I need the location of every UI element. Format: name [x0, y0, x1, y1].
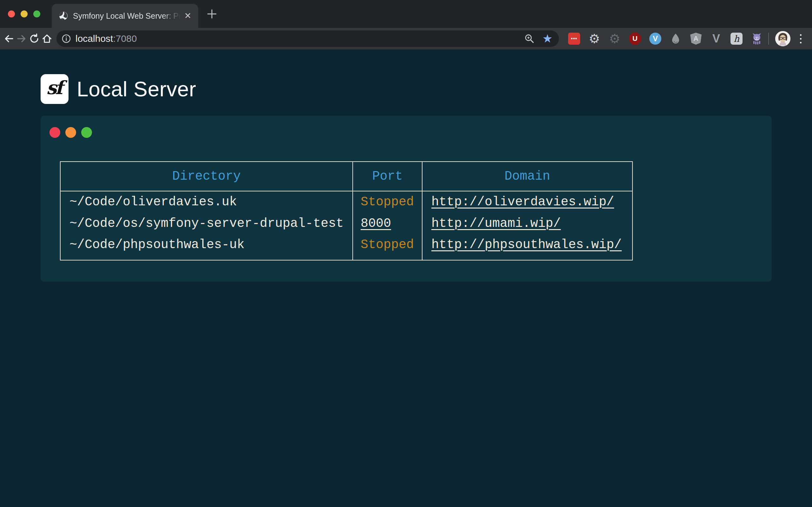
port-cell: Stopped — [353, 191, 422, 213]
h-letter-icon: h — [730, 33, 743, 45]
reload-button[interactable] — [28, 32, 41, 45]
drupal-droplet-icon — [670, 33, 681, 45]
forward-icon — [16, 33, 27, 44]
panel-dot-green — [81, 127, 92, 138]
domain-link[interactable]: http://phpsouthwales.wip/ — [432, 238, 622, 252]
address-bar[interactable]: localhost:7080 ★ — [56, 31, 559, 47]
new-tab-button[interactable] — [205, 7, 219, 21]
table-header-row: Directory Port Domain — [60, 162, 632, 191]
page-content: sf Local Server Directory Port Domain ~/… — [0, 49, 812, 507]
browser-window: Symfony Local Web Server: Prox ✕ — [0, 0, 812, 507]
panel-window-dots — [49, 127, 92, 138]
extensions-row: ••• ⚙ ⚙ U V A V h — [564, 29, 767, 49]
profile-avatar[interactable] — [775, 31, 791, 46]
window-close-button[interactable] — [8, 10, 15, 17]
gear-extension-button[interactable]: ⚙ — [584, 29, 605, 49]
status-stopped: Stopped — [361, 195, 414, 209]
page-info-icon[interactable] — [61, 34, 71, 43]
panel-dot-red — [49, 127, 60, 138]
domain-cell: http://umami.wip/ — [422, 213, 632, 234]
table-row: ~/Code/os/symfony-server-drupal-test 800… — [60, 213, 632, 234]
avatar-image — [775, 31, 791, 46]
forward-button[interactable] — [15, 32, 28, 45]
port-cell: Stopped — [353, 234, 422, 260]
zoom-icon[interactable] — [524, 33, 535, 44]
domain-link[interactable]: http://oliverdavies.wip/ — [432, 195, 614, 209]
table-row: ~/Code/oliverdavies.uk Stopped http://ol… — [60, 191, 632, 213]
back-button[interactable] — [3, 32, 15, 45]
ublock-icon: U — [629, 33, 641, 45]
directory-cell: ~/Code/phpsouthwales-uk — [60, 234, 353, 260]
tab-title: Symfony Local Web Server: Prox — [73, 11, 182, 20]
url-text: localhost:7080 — [75, 33, 137, 44]
header-domain: Domain — [422, 162, 632, 191]
globe-favicon — [59, 11, 68, 20]
domain-cell: http://oliverdavies.wip/ — [422, 191, 632, 213]
angular-shield-icon: A — [690, 33, 702, 45]
ublock-extension-button[interactable]: U — [625, 29, 645, 49]
vue-extension-button[interactable]: V — [706, 29, 726, 49]
gear-dark-icon: ⚙ — [609, 32, 620, 45]
vimium-icon: V — [649, 33, 661, 45]
home-button[interactable] — [41, 32, 53, 45]
directory-cell: ~/Code/oliverdavies.uk — [60, 191, 353, 213]
url-host: localhost — [75, 33, 113, 44]
back-icon — [3, 33, 14, 44]
tab-strip: Symfony Local Web Server: Prox ✕ — [0, 0, 812, 28]
github-extension-button[interactable] — [747, 29, 767, 49]
symfony-logo: sf — [41, 74, 68, 104]
gear-icon: ⚙ — [589, 32, 600, 45]
browser-toolbar: localhost:7080 ★ ••• ⚙ ⚙ U V A V — [0, 28, 812, 49]
page-title: Local Server — [77, 77, 196, 101]
url-port: :7080 — [113, 33, 137, 44]
browser-tab[interactable]: Symfony Local Web Server: Prox ✕ — [52, 4, 198, 28]
panel-dot-orange — [65, 127, 76, 138]
toolbar-divider — [768, 33, 769, 45]
domain-link[interactable]: http://umami.wip/ — [432, 216, 561, 231]
window-minimize-button[interactable] — [20, 10, 28, 17]
tab-close-icon[interactable]: ✕ — [182, 10, 194, 22]
plus-icon — [206, 8, 217, 20]
port-link[interactable]: 8000 — [361, 216, 391, 231]
vue-icon: V — [712, 32, 720, 45]
symfony-logo-text: sf — [46, 77, 61, 99]
password-manager-extension-button[interactable]: ••• — [564, 29, 584, 49]
table-row: ~/Code/phpsouthwales-uk Stopped http://p… — [60, 234, 632, 260]
drupal-extension-button[interactable] — [665, 29, 686, 49]
window-controls — [8, 10, 40, 17]
angular-extension-button[interactable]: A — [686, 29, 706, 49]
server-panel: Directory Port Domain ~/Code/oliverdavie… — [41, 116, 772, 282]
reload-icon — [29, 33, 40, 44]
gear-extension-button-2[interactable]: ⚙ — [605, 29, 625, 49]
servers-table: Directory Port Domain ~/Code/oliverdavie… — [60, 161, 633, 261]
home-icon — [41, 33, 53, 44]
port-cell: 8000 — [353, 213, 422, 234]
header-port: Port — [353, 162, 422, 191]
octocat-icon — [751, 32, 763, 45]
browser-menu-button[interactable] — [794, 32, 807, 45]
domain-cell: http://phpsouthwales.wip/ — [422, 234, 632, 260]
vimium-extension-button[interactable]: V — [645, 29, 665, 49]
header-directory: Directory — [60, 162, 353, 191]
bookmark-star-icon[interactable]: ★ — [542, 33, 553, 44]
directory-cell: ~/Code/os/symfony-server-drupal-test — [60, 213, 353, 234]
password-manager-icon: ••• — [568, 33, 580, 45]
honey-extension-button[interactable]: h — [726, 29, 747, 49]
window-zoom-button[interactable] — [33, 10, 40, 17]
brand-header: sf Local Server — [41, 49, 812, 104]
status-stopped: Stopped — [361, 238, 414, 252]
